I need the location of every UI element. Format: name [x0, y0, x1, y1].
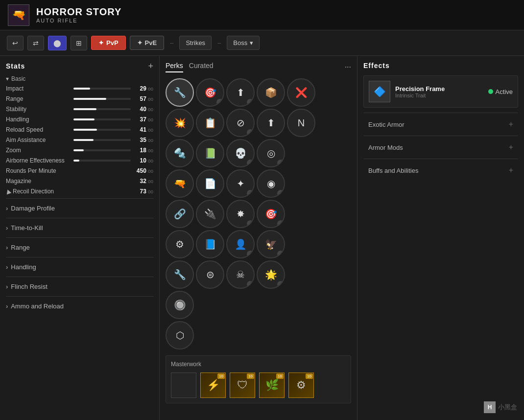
perk-icon: 🦅 — [265, 238, 277, 250]
perk-cell[interactable]: 🦅− — [257, 230, 285, 258]
perk-minus-button[interactable]: − — [277, 190, 284, 197]
section-chevron: › — [6, 205, 8, 212]
perk-cell[interactable]: N — [287, 109, 315, 137]
perk-cell[interactable]: 🎯− — [196, 78, 224, 107]
stat-oo: oo — [148, 117, 153, 122]
stat-bar-container — [73, 160, 131, 162]
perk-cell[interactable]: ⬆ — [257, 109, 285, 137]
perk-icon: ❌ — [295, 87, 308, 98]
perk-minus-button[interactable]: − — [247, 281, 254, 288]
watermark-logo: H — [484, 401, 496, 413]
perk-minus-button[interactable]: − — [247, 99, 254, 106]
perk-icon: 📗 — [204, 147, 216, 159]
expand-icon: + — [509, 166, 513, 175]
stat-row: Handling 37 oo — [6, 116, 153, 123]
tab-curated[interactable]: Curated — [189, 62, 214, 72]
expandable-label: Exotic Armor — [368, 121, 405, 128]
perk-minus-button[interactable]: − — [277, 220, 284, 227]
stat-row: Impact 29 oo — [6, 85, 153, 92]
perks-more-button[interactable]: ··· — [345, 63, 351, 71]
section-chevron: › — [6, 263, 8, 271]
perk-cell[interactable]: 🔘 — [166, 291, 194, 319]
expandable-row[interactable]: Armor Mods + — [363, 136, 518, 159]
perk-cell[interactable]: 🔌 — [196, 200, 224, 228]
perk-cell[interactable]: 💥 — [166, 109, 194, 137]
perk-cell[interactable]: 💀− — [226, 139, 255, 167]
perk-cell[interactable]: 🌟− — [257, 260, 285, 289]
stat-plain-row: Recoil Direction 73 oo — [6, 188, 153, 195]
perk-minus-button[interactable]: − — [277, 281, 284, 288]
perk-cell[interactable]: 🔫 — [166, 169, 194, 198]
collapsible-section[interactable]: ›Time-to-Kill — [6, 218, 153, 237]
view1-button[interactable]: ⬤ — [48, 36, 67, 50]
stat-oo: oo — [148, 107, 153, 112]
expandable-rows: Exotic Armor + Armor Mods + Buffs and Ab… — [363, 113, 518, 182]
expandable-row[interactable]: Buffs and Abilities + — [363, 159, 518, 182]
stat-row: Reload Speed 41 oo — [6, 126, 153, 133]
perk-cell[interactable]: 🔧 — [166, 78, 194, 107]
tab-perks[interactable]: Perks — [166, 62, 183, 72]
basic-group[interactable]: ▾ Basic — [6, 75, 153, 82]
perk-icon: 📋 — [204, 117, 216, 129]
perk-cell[interactable]: 📦 — [257, 78, 285, 107]
perk-cell[interactable]: ⬡ — [166, 321, 194, 350]
collapsible-section[interactable]: ›Ammo and Reload — [6, 296, 153, 316]
pve-button[interactable]: ✦ PvE — [130, 36, 165, 50]
perk-minus-button[interactable]: − — [247, 190, 254, 197]
masterwork-item[interactable]: ⚙10 — [288, 373, 314, 398]
perk-cell[interactable]: 🔩 — [166, 139, 194, 167]
perk-cell[interactable]: 📘 — [196, 230, 224, 258]
stats-header: Stats + — [6, 62, 153, 70]
perk-cell[interactable]: 👤− — [226, 230, 255, 258]
collapsible-section[interactable]: ›Handling — [6, 257, 153, 277]
perk-cell[interactable]: ⊘− — [226, 109, 255, 137]
perk-cell[interactable]: 🔗 — [166, 200, 194, 228]
perk-minus-button[interactable]: − — [277, 251, 284, 257]
mw-icon: 🛡 — [237, 379, 248, 392]
perk-cell[interactable]: ✸− — [226, 200, 255, 228]
collapsible-section[interactable]: ›Damage Profile — [6, 198, 153, 218]
collapsible-section[interactable]: ›Range — [6, 237, 153, 257]
perk-cell[interactable]: ⊜ — [196, 260, 224, 289]
boss-button[interactable]: Boss ▾ — [227, 36, 260, 50]
collapsible-section[interactable]: ›Flinch Resist — [6, 277, 153, 296]
section-label: Handling — [11, 263, 36, 271]
view2-button[interactable]: ⊞ — [71, 36, 87, 50]
perk-icon: 👤 — [235, 238, 247, 250]
undo-button[interactable]: ↩ — [7, 36, 24, 50]
perk-minus-button[interactable]: − — [247, 160, 254, 166]
perks-grid: 🔧🎯−⬆−📦❌💥📋⊘−⬆N🔩📗💀−◎−🔫📄✦−◉−🔗🔌✸−🎯−⚙📘👤−🦅−🔧⊜☠… — [166, 78, 351, 350]
masterwork-item[interactable]: 🛡10 — [230, 373, 255, 398]
perk-cell[interactable]: 📋 — [196, 109, 224, 137]
perk-minus-button[interactable]: − — [247, 251, 254, 257]
perk-cell[interactable]: ❌ — [287, 78, 315, 107]
perk-cell[interactable]: 🔧 — [166, 260, 194, 289]
perk-minus-button[interactable]: − — [277, 160, 284, 166]
stat-bar — [73, 88, 90, 90]
perk-cell[interactable]: ⬆− — [226, 78, 255, 107]
active-label: Active — [496, 88, 513, 95]
masterwork-item[interactable]: 🌿10 — [259, 373, 285, 398]
masterwork-item[interactable] — [171, 373, 196, 398]
strikes-button[interactable]: Strikes — [179, 36, 212, 50]
perks-grid-row: ⬡ — [166, 321, 351, 350]
section-label: Damage Profile — [11, 205, 55, 212]
perk-minus-button[interactable]: − — [247, 220, 254, 227]
share-button[interactable]: ⇄ — [27, 36, 44, 50]
expandable-row[interactable]: Exotic Armor + — [363, 113, 518, 136]
perk-cell[interactable]: ⚙ — [166, 230, 194, 258]
perk-cell[interactable]: ◉− — [257, 169, 285, 198]
perk-cell[interactable]: 📄 — [196, 169, 224, 198]
perk-minus-button[interactable]: − — [247, 129, 254, 136]
perk-cell[interactable]: 🎯− — [257, 200, 285, 228]
perk-cell[interactable]: ☠− — [226, 260, 255, 289]
stats-add-button[interactable]: + — [148, 62, 153, 70]
perk-cell[interactable]: 📗 — [196, 139, 224, 167]
perk-cell[interactable]: ✦− — [226, 169, 255, 198]
stats-panel: Stats + ▾ Basic Impact 29 oo Range 57 oo… — [0, 56, 160, 420]
pvp-button[interactable]: ✦ PvP — [91, 36, 126, 50]
masterwork-item[interactable]: ⚡10 — [200, 373, 226, 398]
perk-minus-button[interactable]: − — [216, 99, 223, 106]
separator: – — [170, 39, 173, 47]
perk-cell[interactable]: ◎− — [257, 139, 285, 167]
